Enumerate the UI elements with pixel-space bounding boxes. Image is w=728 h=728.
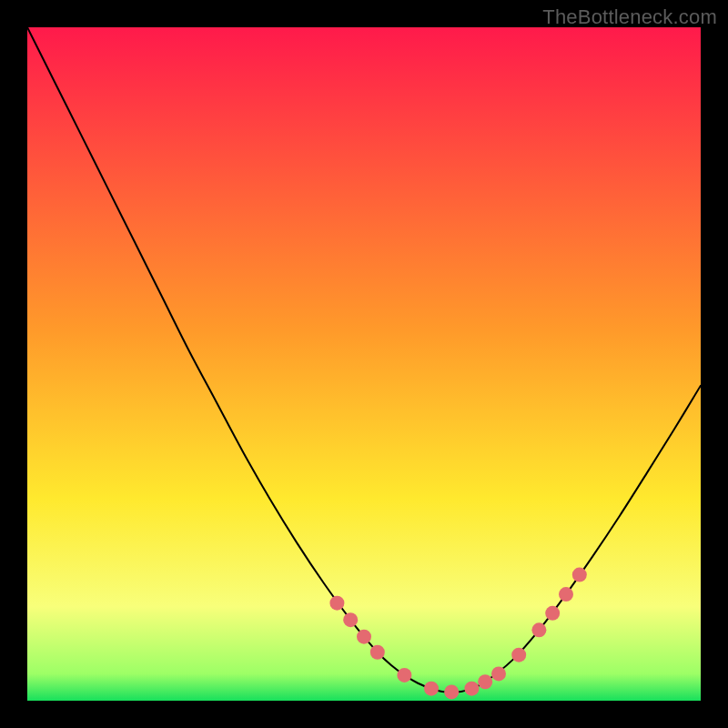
data-dot [343,612,358,627]
data-dot [397,668,411,682]
data-dot [464,682,479,696]
data-dot [444,684,459,699]
data-dot [531,622,546,637]
data-dot [572,568,587,582]
data-dot [357,630,371,644]
chart-frame: TheBottleneck.com [0,0,728,728]
plot-area [27,27,701,701]
data-dot [545,606,560,621]
data-dot [478,674,492,689]
data-dot [424,682,439,696]
data-dot [511,648,526,662]
data-dot [329,596,344,611]
data-dot [370,645,385,660]
data-dot [559,587,573,602]
gradient-background [27,27,701,701]
watermark-text: TheBottleneck.com [542,5,717,29]
chart-svg [27,27,701,701]
data-dot [491,666,506,681]
